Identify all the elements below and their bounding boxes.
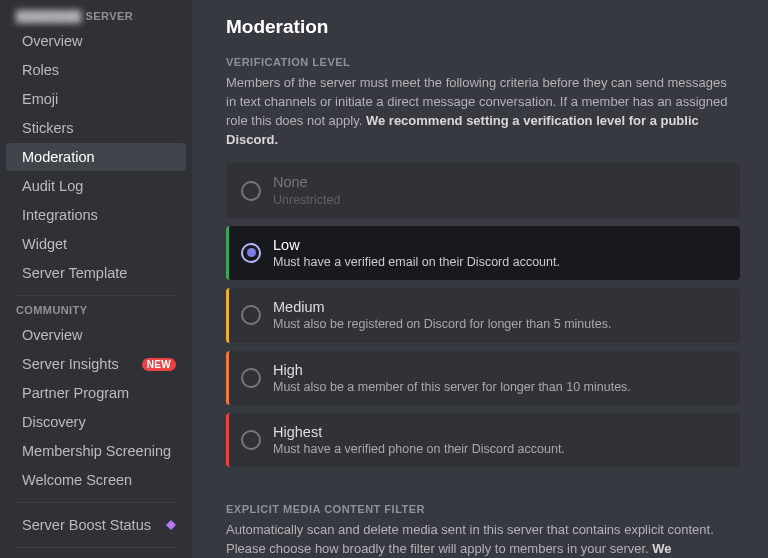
sidebar-item-stickers[interactable]: Stickers xyxy=(6,114,186,142)
verification-option-highest[interactable]: HighestMust have a verified phone on the… xyxy=(226,413,740,467)
server-name-redacted: ████████ xyxy=(16,10,82,22)
sidebar-item-widget[interactable]: Widget xyxy=(6,230,186,258)
option-title: Low xyxy=(273,236,560,254)
sidebar-item-server-boost[interactable]: Server Boost Status xyxy=(6,511,186,539)
boost-gem-icon xyxy=(166,520,176,530)
sidebar-item-label: Audit Log xyxy=(22,178,83,194)
sidebar-item-discovery[interactable]: Discovery xyxy=(6,408,186,436)
sidebar-item-label: Overview xyxy=(22,33,82,49)
settings-main: Moderation VERIFICATION LEVEL Members of… xyxy=(192,0,768,558)
sidebar-item-roles[interactable]: Roles xyxy=(6,56,186,84)
radio-icon xyxy=(241,368,261,388)
sidebar-item-server-insights[interactable]: Server InsightsNEW xyxy=(6,350,186,378)
option-subtitle: Must have a verified phone on their Disc… xyxy=(273,441,565,457)
sidebar-item-overview[interactable]: Overview xyxy=(6,321,186,349)
sidebar-item-label: Discovery xyxy=(22,414,86,430)
sidebar-item-emoji[interactable]: Emoji xyxy=(6,85,186,113)
verification-eyebrow: VERIFICATION LEVEL xyxy=(226,56,740,68)
sidebar-item-welcome-screen[interactable]: Welcome Screen xyxy=(6,466,186,494)
sidebar-item-partner-program[interactable]: Partner Program xyxy=(6,379,186,407)
sidebar-item-membership-screening[interactable]: Membership Screening xyxy=(6,437,186,465)
option-subtitle: Must also be registered on Discord for l… xyxy=(273,316,611,332)
radio-icon xyxy=(241,430,261,450)
option-title: Highest xyxy=(273,423,565,441)
sidebar-item-integrations[interactable]: Integrations xyxy=(6,201,186,229)
sidebar-item-label: Welcome Screen xyxy=(22,472,132,488)
sidebar-item-moderation[interactable]: Moderation xyxy=(6,143,186,171)
sidebar-item-label: Overview xyxy=(22,327,82,343)
sidebar-item-label: Partner Program xyxy=(22,385,129,401)
settings-sidebar: ████████ SERVER OverviewRolesEmojiSticke… xyxy=(0,0,192,558)
sidebar-item-audit-log[interactable]: Audit Log xyxy=(6,172,186,200)
page-title: Moderation xyxy=(226,16,740,38)
sidebar-divider xyxy=(16,295,176,296)
verification-option-high[interactable]: HighMust also be a member of this server… xyxy=(226,351,740,405)
server-header-suffix: SERVER xyxy=(86,10,133,22)
verification-option-none: NoneUnrestricted xyxy=(226,163,740,217)
verification-option-medium[interactable]: MediumMust also be registered on Discord… xyxy=(226,288,740,342)
filter-description: Automatically scan and delete media sent… xyxy=(226,521,740,558)
option-subtitle: Must also be a member of this server for… xyxy=(273,379,631,395)
option-subtitle: Unrestricted xyxy=(273,192,340,208)
new-badge: NEW xyxy=(142,358,176,371)
svg-marker-0 xyxy=(166,520,176,530)
sidebar-item-label: Emoji xyxy=(22,91,58,107)
sidebar-item-label: Membership Screening xyxy=(22,443,171,459)
verification-option-low[interactable]: LowMust have a verified email on their D… xyxy=(226,226,740,280)
option-title: None xyxy=(273,173,340,191)
sidebar-community-header: COMMUNITY xyxy=(0,304,186,320)
radio-icon xyxy=(241,305,261,325)
sidebar-item-overview[interactable]: Overview xyxy=(6,27,186,55)
sidebar-divider xyxy=(16,547,176,548)
sidebar-item-label: Server Insights xyxy=(22,356,119,372)
verification-description: Members of the server must meet the foll… xyxy=(226,74,740,149)
radio-icon xyxy=(241,181,261,201)
radio-icon xyxy=(241,243,261,263)
sidebar-item-server-template[interactable]: Server Template xyxy=(6,259,186,287)
sidebar-item-label: Server Boost Status xyxy=(22,517,151,533)
sidebar-item-label: Moderation xyxy=(22,149,95,165)
sidebar-item-label: Stickers xyxy=(22,120,74,136)
sidebar-item-label: Server Template xyxy=(22,265,127,281)
option-title: High xyxy=(273,361,631,379)
option-subtitle: Must have a verified email on their Disc… xyxy=(273,254,560,270)
sidebar-server-header: ████████ SERVER xyxy=(0,10,186,26)
sidebar-item-label: Widget xyxy=(22,236,67,252)
filter-eyebrow: EXPLICIT MEDIA CONTENT FILTER xyxy=(226,503,740,515)
sidebar-divider xyxy=(16,502,176,503)
sidebar-item-label: Roles xyxy=(22,62,59,78)
sidebar-item-label: Integrations xyxy=(22,207,98,223)
option-title: Medium xyxy=(273,298,611,316)
